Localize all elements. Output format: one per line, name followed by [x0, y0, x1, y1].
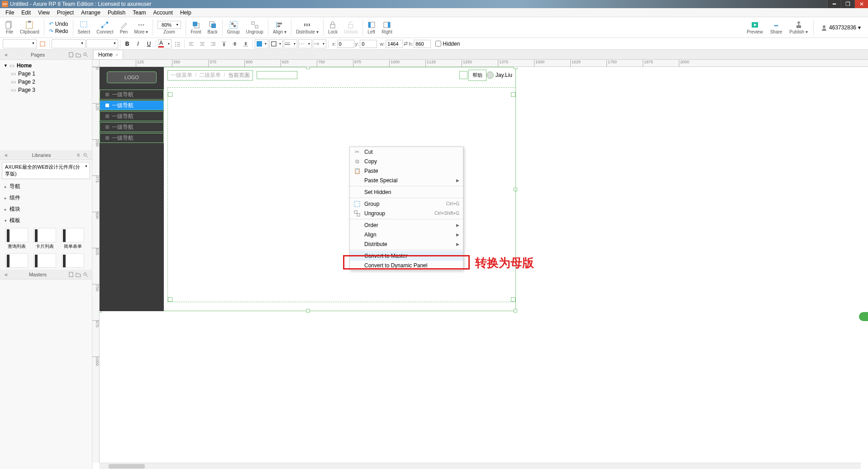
resize-handle[interactable]: [306, 309, 310, 313]
w-input[interactable]: [386, 40, 403, 48]
text-color-button[interactable]: A: [158, 39, 172, 48]
ctx-paste[interactable]: 📋Paste: [350, 166, 463, 175]
undo-button[interactable]: ↶Undo: [49, 21, 68, 27]
scrollbar-thumb[interactable]: [109, 464, 145, 469]
arrow-style-button[interactable]: [313, 39, 326, 48]
line-width-button[interactable]: [284, 39, 297, 48]
tool-ungroup[interactable]: Ungroup: [243, 19, 266, 37]
resize-handle[interactable]: [514, 309, 517, 313]
collapse-icon[interactable]: ◀: [3, 52, 8, 57]
menu-publish[interactable]: Publish: [104, 9, 129, 16]
help-button[interactable]: 帮助: [468, 70, 486, 81]
add-master-folder-button[interactable]: [75, 271, 82, 278]
library-widget[interactable]: 简单表单: [60, 228, 86, 250]
search-masters-button[interactable]: [82, 271, 89, 278]
menu-help[interactable]: Help: [176, 9, 195, 16]
library-widget[interactable]: 查询列表: [4, 228, 30, 250]
tool-share[interactable]: Share: [768, 19, 785, 37]
floating-badge[interactable]: [859, 312, 868, 321]
logo-widget[interactable]: LOGO: [107, 71, 157, 83]
tool-align[interactable]: Align ▾: [270, 19, 289, 37]
search-pages-button[interactable]: [82, 51, 89, 58]
add-page-button[interactable]: +: [67, 51, 75, 58]
library-select[interactable]: AXURE最全的WEB设计元件库(分享版): [2, 162, 90, 179]
valign-middle-button[interactable]: [230, 39, 240, 48]
align-right-button[interactable]: [208, 39, 218, 48]
redo-button[interactable]: ↷Redo: [49, 28, 68, 34]
tool-distribute[interactable]: Distribute ▾: [293, 19, 321, 37]
nav-item[interactable]: 一级导航: [100, 133, 164, 143]
lib-section-modules[interactable]: ▸模块: [0, 204, 92, 215]
font-weight-select[interactable]: [86, 39, 118, 48]
nav-item[interactable]: 一级导航: [100, 111, 164, 121]
menu-project[interactable]: Project: [53, 9, 77, 16]
tool-group-btn[interactable]: Group: [224, 19, 243, 37]
bold-button[interactable]: B: [122, 39, 132, 48]
ctx-cut[interactable]: ✂Cut: [350, 147, 463, 156]
library-widget[interactable]: 卡片列表: [32, 228, 58, 250]
hidden-checkbox[interactable]: [435, 41, 441, 47]
page-tree-item[interactable]: ▭Page 1: [4, 70, 88, 78]
tool-select[interactable]: Select: [75, 19, 93, 37]
align-center-button[interactable]: [197, 39, 207, 48]
ctx-order[interactable]: Order▶: [350, 220, 463, 230]
tool-front[interactable]: Front: [188, 19, 204, 37]
valign-top-button[interactable]: [219, 39, 229, 48]
search-library-button[interactable]: [82, 152, 89, 159]
close-button[interactable]: ✕: [854, 0, 868, 8]
canvas-viewport[interactable]: LOGO 一级导航 一级导航 一级导航 一级导航 一级导航 一级菜单 / 二级菜…: [100, 67, 868, 463]
font-select[interactable]: [52, 39, 86, 48]
close-tab-icon[interactable]: ×: [115, 52, 118, 57]
line-color-button[interactable]: [269, 39, 283, 48]
library-widget[interactable]: [4, 253, 30, 268]
tool-publish[interactable]: Publish ▾: [787, 19, 811, 37]
page-tree-item[interactable]: ▭Page 3: [4, 86, 88, 94]
menu-account[interactable]: Account: [150, 9, 176, 16]
lib-section-templates[interactable]: ▾模板: [0, 215, 92, 226]
tool-lock[interactable]: Lock: [325, 19, 340, 37]
style-manager-button[interactable]: [38, 39, 48, 48]
ctx-paste-special[interactable]: Paste Special▶: [350, 175, 463, 185]
lib-section-components[interactable]: ▸组件: [0, 192, 92, 204]
align-left-button[interactable]: [186, 39, 196, 48]
tool-panel-right[interactable]: Right: [379, 19, 395, 37]
x-input[interactable]: [337, 40, 354, 48]
resize-handle[interactable]: [168, 297, 172, 302]
tool-connect[interactable]: Connect: [94, 19, 116, 37]
menu-view[interactable]: View: [34, 9, 53, 16]
ctx-distribute[interactable]: Distribute▶: [350, 239, 463, 249]
page-tree-item[interactable]: ▭Page 2: [4, 78, 88, 86]
user-widget[interactable]: Jay.Liu: [486, 71, 512, 79]
tool-unlock[interactable]: Unlock: [341, 19, 361, 37]
horizontal-scrollbar[interactable]: [100, 463, 861, 469]
tool-back[interactable]: Back: [205, 19, 220, 37]
library-menu-button[interactable]: ≡: [75, 152, 82, 159]
library-widget[interactable]: [32, 253, 58, 268]
lib-section-nav[interactable]: ▸导航: [0, 181, 92, 192]
page-tree-home[interactable]: ▼▭Home: [4, 62, 88, 70]
tool-preview[interactable]: Preview: [744, 19, 766, 37]
fill-color-button[interactable]: [255, 39, 268, 48]
resize-handle[interactable]: [511, 297, 515, 302]
menu-edit[interactable]: Edit: [18, 9, 34, 16]
italic-button[interactable]: I: [133, 39, 143, 48]
menu-file[interactable]: File: [2, 9, 18, 16]
ctx-align[interactable]: Align▶: [350, 230, 463, 239]
tool-clipboard[interactable]: Clipboard: [17, 19, 42, 37]
library-widget[interactable]: [60, 253, 86, 268]
zoom-select[interactable]: 80%: [157, 21, 181, 29]
widget-box[interactable]: [459, 71, 467, 79]
tool-pen[interactable]: Pen: [117, 19, 131, 37]
nav-item[interactable]: 一级导航: [100, 122, 164, 132]
underline-button[interactable]: U: [144, 39, 154, 48]
menu-team[interactable]: Team: [129, 9, 149, 16]
tool-panel-left[interactable]: Left: [365, 19, 378, 37]
document-tab-home[interactable]: Home ×: [93, 50, 123, 59]
add-folder-button[interactable]: [75, 51, 82, 58]
collapse-icon[interactable]: ◀: [3, 153, 8, 157]
breadcrumb-widget[interactable]: 一级菜单 / 二级菜单 / 当前页面: [167, 70, 253, 81]
collapse-icon[interactable]: ◀: [3, 272, 8, 277]
valign-bottom-button[interactable]: [241, 39, 251, 48]
add-master-button[interactable]: [67, 271, 75, 278]
ctx-set-hidden[interactable]: Set Hidden: [350, 187, 463, 197]
